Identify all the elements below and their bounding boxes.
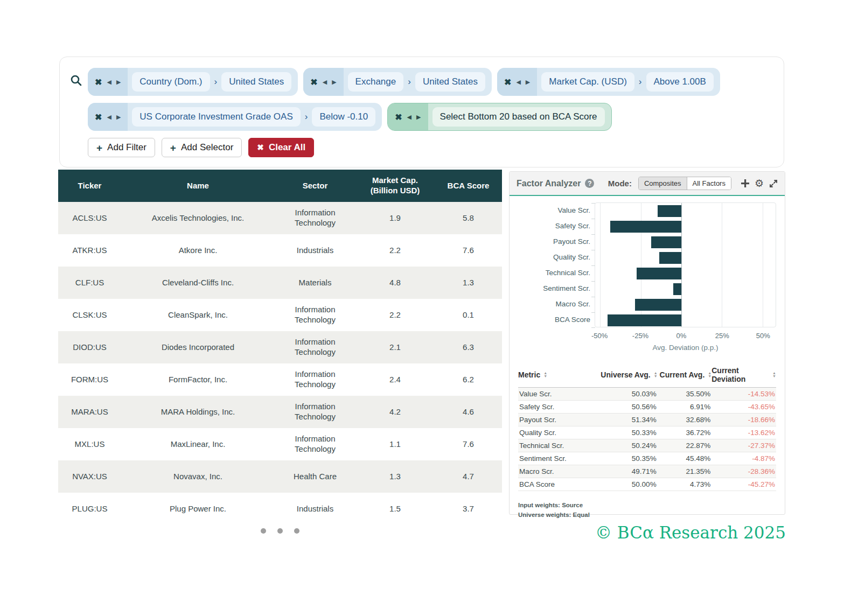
name-cell: Diodes Incorporated	[121, 331, 275, 363]
chip-move-left-icon[interactable]: ◀	[516, 79, 520, 86]
table-row[interactable]: PLUG:USPlug Power Inc.Industrials1.53.7	[58, 493, 502, 525]
universe-avg-value: 50.56%	[598, 403, 657, 411]
sector-cell: Industrials	[275, 493, 355, 525]
column-header: Ticker	[58, 170, 121, 202]
chip-condition[interactable]: United States	[415, 72, 485, 92]
deviation-bar[interactable]	[659, 252, 681, 264]
chip-move-left-icon[interactable]: ◀	[107, 79, 111, 86]
deviation-bar[interactable]	[673, 283, 681, 295]
gear-icon[interactable]: ⚙	[755, 178, 764, 188]
deviation-bar[interactable]	[637, 268, 681, 279]
chip-move-left-icon[interactable]: ◀	[107, 114, 111, 121]
table-row[interactable]: CLF:USCleveland-Cliffs Inc.Materials4.81…	[58, 267, 502, 299]
chip-field[interactable]: Exchange	[348, 72, 404, 92]
ticker-cell: CLSK:US	[58, 299, 121, 331]
market-cap-cell: 4.8	[355, 267, 435, 299]
chip-condition[interactable]: Below -0.10	[312, 107, 375, 127]
help-icon[interactable]: ?	[585, 179, 594, 188]
gridline	[600, 203, 601, 327]
gridline	[681, 203, 682, 327]
selector-chip: ✖◀▶Select Bottom 20 based on BCA Score	[387, 103, 611, 131]
table-row[interactable]: ACLS:USAxcelis Technologies, Inc.Informa…	[58, 202, 502, 234]
table-row[interactable]: DIOD:USDiodes IncorporatedInformation Te…	[58, 331, 502, 363]
universe-avg-value: 51.34%	[598, 416, 657, 424]
table-row[interactable]: NVAX:USNovavax, Inc.Health Care1.34.7	[58, 460, 502, 493]
close-icon: ✖	[257, 143, 264, 152]
ticker-cell: ATKR:US	[58, 234, 121, 267]
ticker-cell: NVAX:US	[58, 460, 121, 493]
selector-text[interactable]: Select Bottom 20 based on BCA Score	[433, 107, 605, 127]
table-row[interactable]: ATKR:USAtkore Inc.Industrials2.27.6	[58, 234, 502, 267]
metric-column-header[interactable]: Universe Avg.▲▼	[598, 370, 657, 379]
bca-research-logo: © BCα Research 2025	[595, 523, 786, 542]
results-table-body: ACLS:USAxcelis Technologies, Inc.Informa…	[58, 202, 502, 525]
market-cap-cell: 2.4	[355, 363, 435, 396]
table-row[interactable]: FORM:USFormFactor, Inc.Information Techn…	[58, 363, 502, 396]
column-header: Market Cap.(Billion USD)	[355, 170, 435, 202]
table-row[interactable]: CLSK:USCleanSpark, Inc.Information Techn…	[58, 299, 502, 331]
chip-controls: ✖◀▶	[88, 103, 128, 131]
metric-row: Sentiment Scr.50.35%45.48%-4.87%	[518, 452, 776, 465]
deviation-bar[interactable]	[608, 314, 681, 326]
chip-field[interactable]: Market Cap. (USD)	[541, 72, 634, 92]
name-cell: Cleveland-Cliffs Inc.	[121, 267, 275, 299]
name-cell: MARA Holdings, Inc.	[121, 396, 275, 428]
chip-body: Market Cap. (USD)›Above 1.00B	[537, 68, 720, 96]
chip-condition[interactable]: United States	[221, 72, 291, 92]
sector-cell: Health Care	[275, 460, 355, 493]
chip-move-right-icon[interactable]: ▶	[332, 79, 336, 86]
metric-column-header[interactable]: Current Avg.▲▼	[658, 370, 712, 379]
chip-condition[interactable]: Above 1.00B	[646, 72, 714, 92]
expand-icon[interactable]	[769, 179, 778, 188]
chip-controls: ✖◀▶	[388, 103, 428, 130]
remove-chip-icon[interactable]: ✖	[504, 77, 511, 87]
metric-table-header: Metric▲▼Universe Avg.▲▼Current Avg.▲▼Cur…	[518, 365, 776, 388]
deviation-bar[interactable]	[658, 205, 681, 217]
pagination-dot[interactable]	[261, 528, 266, 534]
chip-move-right-icon[interactable]: ▶	[416, 114, 421, 121]
pagination-dot[interactable]	[294, 528, 299, 534]
table-row[interactable]: MXL:USMaxLinear, Inc.Information Technol…	[58, 428, 502, 460]
remove-chip-icon[interactable]: ✖	[95, 77, 102, 87]
column-title: Sector	[303, 181, 328, 191]
metric-name: Quality Scr.	[518, 429, 598, 437]
deviation-bar[interactable]	[635, 299, 681, 311]
market-cap-cell: 4.2	[355, 396, 435, 428]
metric-row: Payout Scr.51.34%32.68%-18.66%	[518, 414, 776, 426]
remove-chip-icon[interactable]: ✖	[310, 77, 317, 87]
filter-chip: ✖◀▶US Corporate Investment Grade OAS›Bel…	[88, 103, 382, 131]
metric-table: Metric▲▼Universe Avg.▲▼Current Avg.▲▼Cur…	[518, 365, 776, 491]
sector-cell: Information Technology	[275, 202, 355, 234]
deviation-bar[interactable]	[610, 221, 681, 233]
add-chart-icon[interactable]	[741, 179, 749, 187]
chip-move-right-icon[interactable]: ▶	[116, 114, 121, 121]
bar-category-label: Quality Scr.	[514, 249, 590, 265]
metric-column-header[interactable]: Metric▲▼	[518, 370, 598, 379]
chip-move-right-icon[interactable]: ▶	[116, 79, 121, 86]
add-selector-button[interactable]: + Add Selector	[162, 138, 242, 157]
clear-all-button[interactable]: ✖ Clear All	[248, 138, 314, 157]
chip-move-left-icon[interactable]: ◀	[407, 114, 411, 121]
remove-chip-icon[interactable]: ✖	[395, 112, 402, 122]
mode-option-composites[interactable]: Composites	[639, 177, 687, 190]
y-axis-tick	[591, 203, 595, 204]
chip-field[interactable]: US Corporate Investment Grade OAS	[132, 107, 300, 127]
chip-move-left-icon[interactable]: ◀	[323, 79, 327, 86]
remove-chip-icon[interactable]: ✖	[95, 112, 102, 122]
mode-option-all-factors[interactable]: All Factors	[687, 177, 731, 190]
column-subtitle: (Billion USD)	[371, 186, 420, 196]
chip-field[interactable]: Country (Dom.)	[132, 72, 210, 92]
add-filter-button[interactable]: + Add Filter	[88, 138, 155, 157]
market-cap-cell: 1.3	[355, 460, 435, 493]
pagination-dot[interactable]	[277, 528, 283, 534]
table-row[interactable]: MARA:USMARA Holdings, Inc.Information Te…	[58, 396, 502, 428]
deviation-bar[interactable]	[651, 236, 681, 248]
chip-separator-icon: ›	[408, 76, 411, 87]
metric-column-header[interactable]: Current Deviation▲▼	[711, 366, 776, 383]
chip-move-right-icon[interactable]: ▶	[526, 79, 530, 86]
sector-cell: Information Technology	[275, 428, 355, 460]
x-axis-tick-label: -50%	[591, 332, 608, 340]
column-header: Sector	[275, 170, 355, 202]
results-table-header: TickerNameSectorMarket Cap.(Billion USD)…	[58, 170, 502, 202]
column-title: Name	[187, 181, 209, 191]
